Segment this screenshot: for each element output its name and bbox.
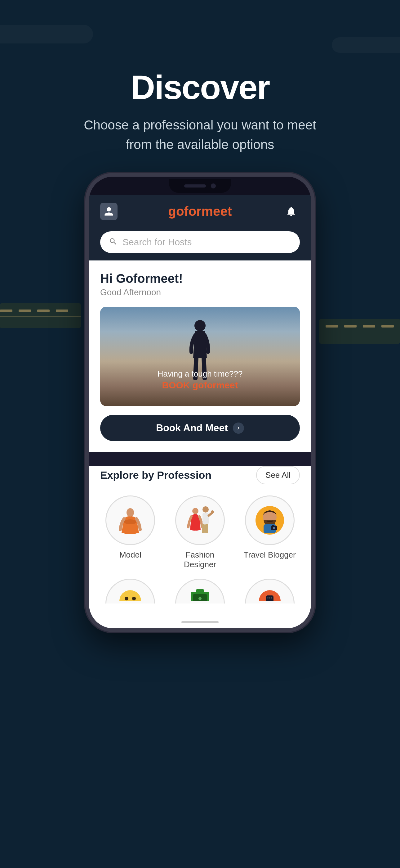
svg-point-12 xyxy=(127,508,134,517)
search-container: Search for Hosts xyxy=(89,227,311,260)
svg-point-14 xyxy=(192,508,198,514)
svg-point-15 xyxy=(202,506,209,513)
profession-item-row2-3[interactable] xyxy=(239,579,300,603)
svg-rect-5 xyxy=(0,316,80,317)
greeting-title: Hi Goformeet! xyxy=(100,272,300,286)
profession-section: Explore by Profession See All xyxy=(89,466,311,616)
banner-line1: Having a tough time??? xyxy=(100,369,300,379)
content-area: Hi Goformeet! Good Afternoon xyxy=(89,260,311,452)
logo-text-accent: meet xyxy=(202,204,232,219)
svg-point-33 xyxy=(198,597,202,600)
profession-item-travel-blogger[interactable]: Travel Blogger xyxy=(239,495,300,569)
profession-item-model[interactable]: Model xyxy=(100,495,161,569)
banner-text: Having a tough time??? BOOK goformeet xyxy=(100,369,300,391)
profession-icon-row2-1 xyxy=(105,579,155,603)
svg-rect-2 xyxy=(19,310,31,312)
svg-rect-10 xyxy=(381,325,394,328)
profession-grid-row1: Model xyxy=(100,495,300,569)
phone-mockup: goformeet Search for Hosts xyxy=(85,173,315,632)
svg-point-11 xyxy=(194,320,206,331)
greeting-subtitle: Good Afternoon xyxy=(100,287,300,298)
profession-name-fashion-designer: Fashion Designer xyxy=(170,550,230,569)
svg-rect-32 xyxy=(196,589,204,594)
profession-item-fashion-designer[interactable]: Fashion Designer xyxy=(170,495,230,569)
banner-line2: BOOK goformeet xyxy=(100,380,300,391)
home-indicator-bar xyxy=(89,616,311,628)
profession-grid-row2 xyxy=(100,579,300,603)
svg-point-25 xyxy=(273,527,275,529)
hero-subtitle: Choose a professional you want to meet f… xyxy=(76,115,324,154)
profession-name-travel-blogger: Travel Blogger xyxy=(244,550,296,560)
arrow-right-icon xyxy=(235,425,241,431)
see-all-button[interactable]: See All xyxy=(256,466,300,484)
profession-header: Explore by Profession See All xyxy=(100,466,300,484)
avatar-icon xyxy=(104,206,114,217)
svg-rect-1 xyxy=(0,310,12,312)
profession-icon-model xyxy=(105,495,155,545)
svg-rect-4 xyxy=(56,310,68,312)
svg-rect-18 xyxy=(205,524,208,533)
profession-item-row2-2[interactable] xyxy=(170,579,230,603)
hero-section: Discover Choose a professional you want … xyxy=(0,0,400,173)
svg-rect-17 xyxy=(202,524,205,533)
profession-item-row2-1[interactable] xyxy=(100,579,161,603)
app-logo: goformeet xyxy=(168,204,232,219)
notification-bell[interactable] xyxy=(282,203,300,220)
profession-icon-row2-2 xyxy=(175,579,225,603)
svg-point-13 xyxy=(124,519,136,524)
profession-icon-fashion-designer xyxy=(175,495,225,545)
svg-rect-6 xyxy=(320,319,400,344)
banner-card[interactable]: Having a tough time??? BOOK goformeet xyxy=(100,307,300,406)
user-avatar[interactable] xyxy=(100,203,118,220)
search-icon xyxy=(109,237,118,247)
app-header: goformeet xyxy=(89,195,311,227)
hero-title: Discover xyxy=(131,68,270,106)
home-indicator xyxy=(181,621,219,623)
svg-point-28 xyxy=(125,597,128,600)
banner-line2-text: BOOK gofor xyxy=(162,380,216,390)
road-decoration-right xyxy=(320,282,400,376)
svg-point-38 xyxy=(269,597,270,598)
notch-speaker xyxy=(184,184,206,187)
profession-icon-travel-blogger xyxy=(245,495,295,545)
profession-title: Explore by Profession xyxy=(100,469,211,481)
logo-text-main: gofor xyxy=(168,204,201,219)
book-button-arrow xyxy=(233,423,244,434)
svg-rect-3 xyxy=(37,310,49,312)
svg-rect-16 xyxy=(202,513,209,524)
svg-point-27 xyxy=(120,590,141,601)
svg-point-39 xyxy=(271,597,272,598)
book-button-label: Book And Meet xyxy=(156,422,228,434)
svg-point-37 xyxy=(267,597,269,598)
banner-line2-accent: meet xyxy=(216,380,238,390)
svg-rect-7 xyxy=(326,325,338,328)
notch-camera xyxy=(211,183,216,188)
road-decoration-left xyxy=(0,266,80,361)
phone-notch-area xyxy=(89,177,311,195)
svg-rect-9 xyxy=(363,325,375,328)
bell-icon xyxy=(286,206,297,217)
phone-notch xyxy=(169,179,231,193)
svg-rect-26 xyxy=(272,525,274,527)
book-meet-button[interactable]: Book And Meet xyxy=(100,415,300,441)
svg-point-20 xyxy=(211,510,214,514)
profession-icon-row2-3 xyxy=(245,579,295,603)
search-bar[interactable]: Search for Hosts xyxy=(100,231,300,253)
profession-name-model: Model xyxy=(120,550,141,560)
svg-point-29 xyxy=(132,597,136,600)
search-placeholder: Search for Hosts xyxy=(123,237,192,247)
svg-rect-8 xyxy=(344,325,357,328)
